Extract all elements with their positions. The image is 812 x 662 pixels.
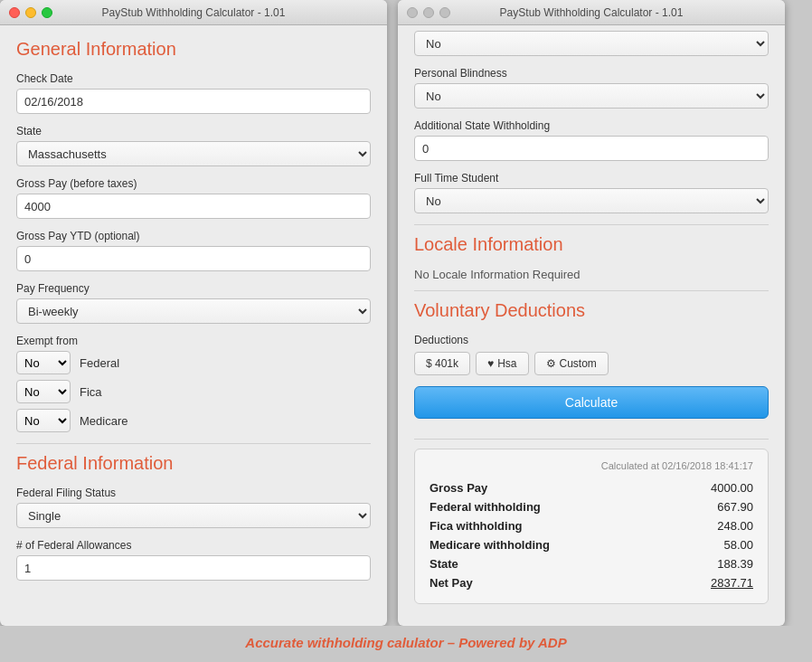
personal-blindness-group: Personal Blindness NoYes [414,67,769,109]
deductions-label: Deductions [414,334,769,346]
general-section-title: General Information [16,39,371,60]
exempt-fica-row: NoYes Fica [16,380,371,403]
result-medicare-label: Medicare withholding [430,538,550,552]
result-fica-value: 248.00 [717,519,753,533]
result-state-row: State 188.39 [430,554,753,573]
results-panel: Calculated at 02/16/2018 18:41:17 Gross … [414,449,769,604]
result-net-pay-value: 2837.71 [711,576,753,590]
federal-section-title: Federal Information [16,453,371,474]
left-traffic-lights [9,7,52,18]
maximize-button[interactable] [42,7,52,18]
exempt-fica-select[interactable]: NoYes [16,380,71,403]
right-window-title: PayStub Withholding Calculator - 1.01 [500,6,684,19]
gross-pay-ytd-group: Gross Pay YTD (optional) [16,230,371,271]
pay-frequency-label: Pay Frequency [16,282,371,295]
pay-frequency-select[interactable]: Bi-weekly [16,298,371,324]
btn-401k[interactable]: $ 401k [414,352,470,375]
result-net-pay-label: Net Pay [430,576,473,590]
additional-withholding-group: Additional State Withholding [414,119,769,161]
full-time-student-label: Full Time Student [414,172,769,184]
spouse-blindness-select[interactable]: NoYes [414,31,769,56]
result-state-label: State [430,557,458,571]
custom-label: Custom [560,357,597,370]
result-fica-label: Fica withholding [430,519,523,533]
check-date-group: Check Date [16,72,371,114]
left-title-bar: PayStub Withholding Calculator - 1.01 [0,0,387,25]
filing-status-group: Federal Filing Status Single [16,487,371,528]
result-state-value: 188.39 [717,557,753,571]
result-gross-pay-value: 4000.00 [711,481,753,495]
locale-section: Locale Information No Locale Information… [414,234,769,281]
result-medicare-row: Medicare withholding 58.00 [430,535,753,554]
additional-withholding-label: Additional State Withholding [414,119,769,132]
allowances-input[interactable] [16,555,371,581]
right-traffic-lights [407,7,450,18]
gross-pay-group: Gross Pay (before taxes) [16,177,371,219]
calculate-button[interactable]: Calculate [414,386,769,419]
personal-blindness-select[interactable]: NoYes [414,83,769,109]
gross-pay-ytd-input[interactable] [16,246,371,271]
state-select[interactable]: Massachusetts [16,141,371,166]
exempt-medicare-label: Medicare [80,414,127,428]
exempt-federal-select[interactable]: NoYes [16,351,71,374]
gross-pay-ytd-label: Gross Pay YTD (optional) [16,230,371,242]
btn-hsa[interactable]: ♥ Hsa [476,352,528,375]
check-date-input[interactable] [16,89,371,114]
allowances-group: # of Federal Allowances [16,539,371,581]
right-title-bar: PayStub Withholding Calculator - 1.01 [398,0,785,25]
result-federal-value: 667.90 [717,500,753,514]
check-date-label: Check Date [16,72,371,85]
minimize-button[interactable] [25,7,36,18]
filing-status-label: Federal Filing Status [16,487,371,499]
divider-right-3 [414,439,769,440]
results-timestamp: Calculated at 02/16/2018 18:41:17 [430,460,753,471]
exempt-medicare-select[interactable]: NoYes [16,409,71,432]
state-group: State Massachusetts [16,125,371,166]
voluntary-deductions-section: Voluntary Deductions Deductions $ 401k ♥… [414,300,769,375]
result-gross-pay-label: Gross Pay [430,481,487,495]
spouse-blindness-group: NoYes [414,31,769,56]
additional-withholding-input[interactable] [414,136,769,161]
divider-right-1 [414,224,769,225]
full-time-student-select[interactable]: NoYes [414,188,769,213]
exempt-from-group: Exempt from NoYes Federal NoYes Fica NoY… [16,335,371,432]
state-label: State [16,125,371,137]
deductions-buttons-group: $ 401k ♥ Hsa ⚙ Custom [414,352,769,375]
locale-section-title: Locale Information [414,234,769,255]
footer-bar: Accurate withholding calulator – Powered… [0,626,812,658]
exempt-federal-row: NoYes Federal [16,351,371,374]
hsa-label: Hsa [497,357,516,370]
exempt-fica-label: Fica [80,385,102,399]
left-window-title: PayStub Withholding Calculator - 1.01 [102,6,286,19]
gross-pay-input[interactable] [16,194,371,219]
close-button[interactable] [9,7,20,18]
filing-status-select[interactable]: Single [16,503,371,528]
right-maximize-button[interactable] [439,7,450,18]
result-federal-row: Federal withholding 667.90 [430,497,753,516]
full-time-student-group: Full Time Student NoYes [414,172,769,213]
result-federal-label: Federal withholding [430,500,541,514]
footer-brand: ADP [538,635,567,650]
btn-custom[interactable]: ⚙ Custom [534,352,609,375]
result-net-pay-row: Net Pay 2837.71 [430,573,753,592]
allowances-label: # of Federal Allowances [16,539,371,552]
gross-pay-label: Gross Pay (before taxes) [16,177,371,190]
left-content: General Information Check Date State Mas… [0,25,387,626]
right-window: PayStub Withholding Calculator - 1.01 No… [398,0,785,626]
pay-frequency-group: Pay Frequency Bi-weekly [16,282,371,324]
footer-static-text: Accurate withholding calulator – Powered… [245,635,538,650]
result-gross-pay-row: Gross Pay 4000.00 [430,478,753,497]
divider-right-2 [414,290,769,291]
heart-icon: ♥ [487,357,494,370]
gear-icon: ⚙ [546,357,556,370]
divider-1 [16,443,371,444]
exempt-federal-label: Federal [80,356,119,370]
right-content: NoYes Personal Blindness NoYes Additiona… [398,25,785,626]
locale-no-info-text: No Locale Information Required [414,268,769,281]
footer-text: Accurate withholding calulator – Powered… [245,635,566,650]
right-close-button[interactable] [407,7,418,18]
right-minimize-button[interactable] [423,7,434,18]
personal-blindness-label: Personal Blindness [414,67,769,80]
exempt-from-label: Exempt from [16,335,371,347]
result-fica-row: Fica withholding 248.00 [430,516,753,535]
